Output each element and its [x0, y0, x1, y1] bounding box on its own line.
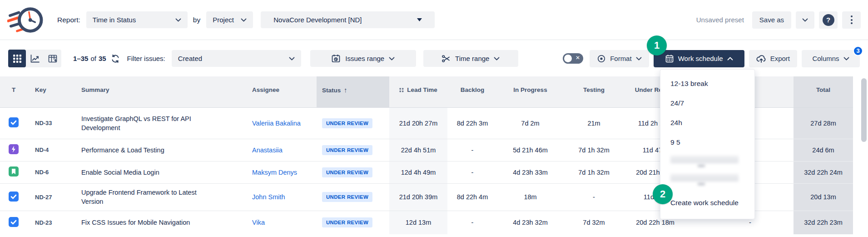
- grid-view-button[interactable]: [8, 50, 26, 67]
- status-badge: UNDER REVIEW: [322, 118, 372, 128]
- issue-key: ND-33: [27, 107, 78, 139]
- menu-item-24-7[interactable]: 24/7: [660, 93, 754, 113]
- issues-range-label: Issues range: [345, 55, 384, 62]
- backlog-cell: -: [447, 139, 497, 161]
- total-cell: 20d 13m: [794, 183, 853, 211]
- format-label: Format: [610, 55, 632, 62]
- issue-type-cell: [0, 139, 27, 161]
- issue-key: ND-27: [27, 183, 78, 211]
- annotation-step-2-badge: 2: [653, 184, 673, 204]
- issue-key: ND-4: [27, 139, 78, 161]
- pagination-of: of: [90, 55, 96, 62]
- status-badge: UNDER REVIEW: [322, 192, 372, 202]
- help-button[interactable]: ?: [819, 11, 838, 29]
- columns-label: Columns: [812, 55, 839, 62]
- work-schedule-label: Work schedule: [678, 55, 723, 62]
- menu-item-12-13-break[interactable]: 12-13 break: [660, 74, 754, 93]
- testing-cell: 7d 1h 32m: [563, 161, 625, 183]
- format-button[interactable]: Format: [590, 50, 649, 67]
- vertical-scrollbar-thumb[interactable]: [861, 78, 867, 142]
- total-cell: 32d 22h 24m: [794, 161, 853, 183]
- status-badge: UNDER REVIEW: [322, 145, 372, 155]
- project-value: NovaCore Development [ND]: [273, 16, 362, 24]
- save-options-button[interactable]: [796, 11, 814, 29]
- assignee-link[interactable]: Vika: [252, 219, 265, 226]
- assignee-link[interactable]: John Smith: [252, 193, 285, 201]
- issue-summary: Enable Social Media Login: [78, 161, 248, 183]
- col-header-summary: Summary: [78, 76, 248, 107]
- pivot-view-button[interactable]: [44, 50, 61, 67]
- assignee-cell: Maksym Denys: [248, 161, 317, 183]
- issue-type-cell: [0, 161, 27, 183]
- filter-field-select[interactable]: Created: [172, 50, 301, 67]
- columns-button[interactable]: Columns 3: [802, 50, 860, 67]
- chevron-down-icon: [802, 18, 808, 22]
- report-type-select[interactable]: Time in Status: [86, 11, 188, 28]
- group-by-select[interactable]: Project: [206, 11, 253, 28]
- drag-handle-icon[interactable]: [399, 88, 404, 92]
- menu-item-create-work-schedule[interactable]: Create work schedule: [660, 192, 754, 213]
- backlog-cell: 8d 22h 4m: [447, 183, 497, 211]
- col-header-testing[interactable]: Testing: [563, 76, 625, 107]
- issue-summary: Fix CSS Issues for Mobile Navigation: [78, 211, 248, 234]
- group-by-value: Project: [213, 16, 234, 24]
- report-type-value: Time in Status: [93, 16, 136, 24]
- question-icon: ?: [823, 14, 834, 26]
- chevron-down-icon: [389, 57, 395, 61]
- testing-cell: 7d 32m: [563, 211, 625, 234]
- chevron-up-icon: [727, 57, 733, 61]
- menu-item-blurred[interactable]: [660, 152, 754, 170]
- status-cell: UNDER REVIEW: [317, 139, 389, 161]
- chevron-down-icon: [636, 57, 642, 61]
- lead-time-cell: 21d 20h 27m: [389, 107, 447, 139]
- by-label: by: [193, 16, 200, 24]
- more-menu-button[interactable]: [842, 11, 861, 29]
- chevron-down-icon: [175, 18, 181, 22]
- export-button[interactable]: Export: [749, 50, 797, 67]
- chart-view-icon: [30, 54, 40, 63]
- story-icon: [9, 171, 19, 178]
- compact-toggle[interactable]: ✕: [563, 53, 583, 64]
- assignee-link[interactable]: Maksym Denys: [252, 169, 297, 176]
- col-header-lead-time[interactable]: Lead Time: [389, 76, 447, 107]
- lead-time-cell: 22d 4h 51m: [389, 139, 447, 161]
- col-header-type: T: [0, 76, 27, 107]
- assignee-cell: John Smith: [248, 183, 317, 211]
- col-header-status[interactable]: Status ↑: [317, 76, 389, 107]
- chart-view-button[interactable]: [26, 50, 44, 67]
- menu-item-blurred[interactable]: [660, 170, 754, 188]
- task-icon: [9, 221, 19, 228]
- export-cloud-icon: [756, 54, 766, 63]
- kebab-icon: [851, 15, 853, 24]
- project-select[interactable]: NovaCore Development [ND]: [261, 11, 435, 28]
- col-header-key: Key: [27, 76, 78, 107]
- menu-item-9-5[interactable]: 9 5: [660, 132, 754, 152]
- grid-view-icon: [13, 55, 21, 63]
- col-header-total: Total: [794, 76, 853, 107]
- status-cell: UNDER REVIEW: [317, 211, 389, 234]
- epic-icon: [9, 148, 19, 156]
- save-as-button[interactable]: Save as: [752, 11, 791, 29]
- col-header-backlog[interactable]: Backlog: [447, 76, 497, 107]
- menu-item-24h[interactable]: 24h: [660, 113, 754, 132]
- issue-summary: Investigate GraphQL vs REST for API Deve…: [78, 107, 248, 139]
- status-cell: UNDER REVIEW: [317, 183, 389, 211]
- assignee-link[interactable]: Valeriia Bakalina: [252, 120, 301, 127]
- sort-ascending-icon: ↑: [344, 86, 347, 94]
- in-progress-cell: 4d 23h 33m: [497, 161, 563, 183]
- assignee-cell: Valeriia Bakalina: [248, 107, 317, 139]
- col-header-in-progress[interactable]: In Progress: [497, 76, 563, 107]
- issues-range-button[interactable]: Issues range: [310, 50, 416, 67]
- chevron-down-icon: [843, 57, 849, 61]
- issue-type-cell: [0, 211, 27, 234]
- in-progress-cell: 18m: [497, 183, 563, 211]
- refresh-icon[interactable]: [110, 54, 120, 64]
- work-schedule-button[interactable]: Work schedule: [654, 50, 744, 67]
- export-label: Export: [770, 55, 790, 62]
- assignee-link[interactable]: Anastasiia: [252, 146, 283, 154]
- assignee-cell: Vika: [248, 211, 317, 234]
- time-range-button[interactable]: Time range: [423, 50, 518, 67]
- top-bar: Report: Time in Status by Project NovaCo…: [0, 0, 868, 40]
- chevron-down-icon: [494, 57, 500, 61]
- time-range-label: Time range: [455, 55, 489, 62]
